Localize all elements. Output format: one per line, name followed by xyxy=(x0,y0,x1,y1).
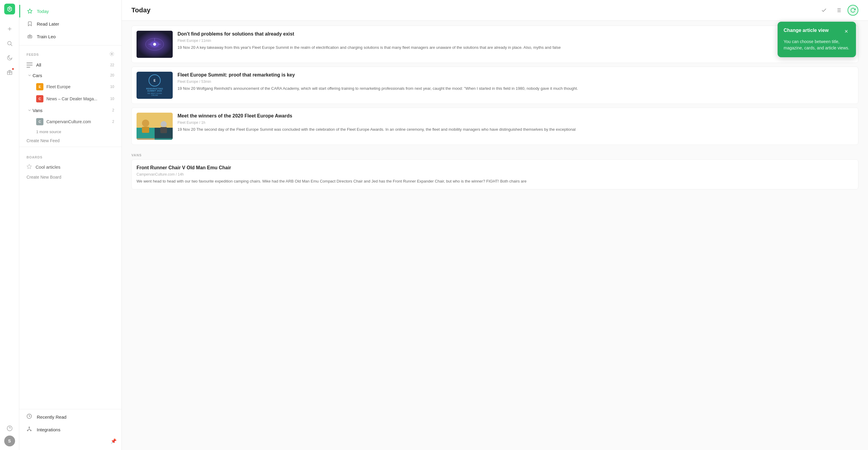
svg-line-18 xyxy=(28,429,29,430)
search-button[interactable] xyxy=(4,37,16,50)
article-2-source: Fleet Europe xyxy=(178,79,198,84)
pin-icon[interactable]: 📌 xyxy=(111,438,117,444)
vans-group-name: Vans xyxy=(33,108,112,113)
tooltip-header: Change article view xyxy=(784,28,850,35)
feed-item-campervan[interactable]: C CampervanCulture.com 2 xyxy=(19,116,121,128)
page-title: Today xyxy=(131,6,150,14)
campervan-icon: C xyxy=(36,118,43,125)
app-logo[interactable] xyxy=(4,4,15,14)
board-item-cool-articles[interactable]: Cool articles xyxy=(19,161,121,172)
car-dealer-name: News – Car Dealer Maga... xyxy=(46,96,108,101)
star-icon xyxy=(27,164,33,170)
add-button[interactable] xyxy=(4,23,16,35)
feeds-section-header: FEEDS xyxy=(19,49,121,60)
car-dealer-icon: C xyxy=(36,95,43,102)
feed-group-vans: Vans 2 C CampervanCulture.com 2 1 more s… xyxy=(19,105,121,146)
help-button[interactable] xyxy=(4,422,16,434)
svg-line-17 xyxy=(29,429,31,430)
article-2-readtime: 53min xyxy=(201,79,211,84)
sidebar-item-integrations[interactable]: Integrations xyxy=(19,423,121,436)
user-avatar[interactable]: S xyxy=(4,436,15,446)
sidebar-item-today[interactable]: Today xyxy=(19,5,121,18)
article-1-excerpt: 19 Nov 20 A key takeaway from this year'… xyxy=(178,44,853,51)
article-card-4[interactable]: Front Runner Chair V Old Man Emu Chair C… xyxy=(131,159,858,189)
sidebar-nav-section: Today Read Later Train Leo xyxy=(19,4,121,44)
svg-point-8 xyxy=(29,36,30,37)
create-feed-button[interactable]: Create New Feed xyxy=(19,136,121,146)
article-list: Don't find problems for solutions that a… xyxy=(122,21,868,450)
mark-all-read-button[interactable] xyxy=(818,5,830,16)
article-1-date: 19 Nov 20 xyxy=(178,45,195,50)
svg-point-37 xyxy=(161,121,167,127)
vans-section-label: VANS xyxy=(131,149,858,159)
train-leo-label: Train Leo xyxy=(37,34,114,39)
svg-point-15 xyxy=(27,430,28,431)
sidebar-item-recently-read[interactable]: Recently Read xyxy=(19,411,121,423)
feed-item-car-dealer[interactable]: C News – Car Dealer Maga... 10 xyxy=(19,93,121,105)
feeds-section-title: FEEDS xyxy=(27,53,39,56)
bookmark-icon xyxy=(27,21,33,27)
fleet-europe-name: Fleet Europe xyxy=(46,84,108,89)
campervan-count: 2 xyxy=(112,120,114,124)
car-dealer-count: 10 xyxy=(110,97,114,101)
dark-mode-button[interactable] xyxy=(4,52,16,64)
article-1-content: Don't find problems for solutions that a… xyxy=(178,31,853,58)
icon-rail: S xyxy=(0,0,19,450)
cool-articles-label: Cool articles xyxy=(36,164,114,169)
svg-rect-36 xyxy=(142,127,149,133)
article-1-meta: Fleet Europe / 11min xyxy=(178,38,853,43)
fleet-europe-icon: E xyxy=(36,83,43,90)
svg-point-28 xyxy=(153,43,156,46)
article-1-text: A key takeaway from this year's Fleet Eu… xyxy=(196,45,561,50)
feed-group-cars-header[interactable]: Cars 20 xyxy=(19,70,121,81)
article-1-title: Don't find problems for solutions that a… xyxy=(178,31,853,37)
svg-point-2 xyxy=(7,41,11,45)
svg-marker-6 xyxy=(28,9,32,13)
svg-rect-40 xyxy=(155,138,173,140)
cars-group-count: 20 xyxy=(110,73,114,77)
integrations-label: Integrations xyxy=(37,427,60,432)
tooltip-title: Change article view xyxy=(784,28,840,33)
article-1-readtime: 11min xyxy=(201,38,211,43)
create-board-label: Create New Board xyxy=(27,175,61,180)
article-card-1[interactable]: Don't find problems for solutions that a… xyxy=(131,26,858,63)
tooltip-close-button[interactable] xyxy=(843,28,850,35)
feed-item-fleet-europe[interactable]: E Fleet Europe 10 xyxy=(19,81,121,93)
svg-rect-7 xyxy=(28,36,32,38)
article-2-content: Fleet Europe Summit: proof that remarket… xyxy=(178,72,853,99)
feeds-settings-button[interactable] xyxy=(110,52,114,58)
remarketing-logo: E xyxy=(149,74,161,87)
article-1-thumbnail xyxy=(136,31,173,58)
all-feeds-row[interactable]: All 22 xyxy=(19,60,121,70)
more-source-link[interactable]: 1 more source xyxy=(19,128,121,136)
article-2-title: Fleet Europe Summit: proof that remarket… xyxy=(178,72,853,78)
clock-icon xyxy=(27,414,33,420)
article-2-thumbnail: E REMARKETINGSUMMIT 2020 WE MEET AGAINON… xyxy=(136,72,173,99)
main-header: Today xyxy=(122,0,868,21)
boards-section-title: BOARDS xyxy=(27,155,42,159)
sidebar-item-train-leo[interactable]: Train Leo xyxy=(19,30,121,43)
feed-group-vans-header[interactable]: Vans 2 xyxy=(19,105,121,116)
feed-group-cars: Cars 20 E Fleet Europe 10 C News – Car D… xyxy=(19,70,121,105)
today-icon xyxy=(27,8,33,14)
article-3-readtime: 1h xyxy=(201,121,205,125)
article-card-3[interactable]: Meet the winners of the 2020 Fleet Europ… xyxy=(131,107,858,145)
svg-point-9 xyxy=(30,36,31,37)
refresh-button[interactable] xyxy=(847,5,858,16)
create-board-button[interactable]: Create New Board xyxy=(19,172,121,182)
svg-point-10 xyxy=(111,53,113,55)
article-3-excerpt: 19 Nov 20 The second day of the Fleet Eu… xyxy=(178,127,853,132)
gift-button[interactable] xyxy=(4,66,16,78)
article-card-2[interactable]: E REMARKETINGSUMMIT 2020 WE MEET AGAINON… xyxy=(131,67,858,104)
view-toggle-button[interactable] xyxy=(833,5,844,16)
svg-point-35 xyxy=(142,120,149,127)
collapse-cars-icon[interactable] xyxy=(27,72,33,78)
all-feeds-icon xyxy=(27,63,33,67)
article-2-meta: Fleet Europe / 53min xyxy=(178,79,853,84)
article-3-meta: Fleet Europe / 1h xyxy=(178,121,853,125)
article-view-tooltip: Change article view You can choose betwe… xyxy=(778,22,856,57)
collapse-vans-icon[interactable] xyxy=(27,107,33,113)
sidebar-item-read-later[interactable]: Read Later xyxy=(19,18,121,30)
article-3-thumbnail xyxy=(136,112,173,140)
article-4-source: CampervanCulture.com xyxy=(136,172,175,176)
